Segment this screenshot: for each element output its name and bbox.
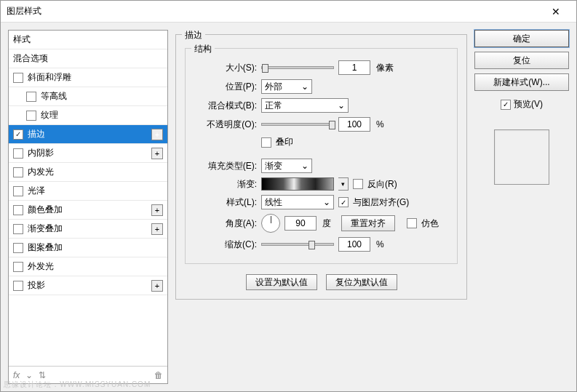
ok-button[interactable]: 确定 (474, 30, 569, 47)
angle-label: 角度(A): (194, 217, 257, 230)
style-checkbox[interactable] (13, 167, 23, 177)
gradient-label: 渐变: (194, 178, 257, 191)
sidebar-item-6[interactable]: 光泽 (9, 182, 167, 201)
angle-input[interactable] (284, 216, 317, 231)
style-checkbox[interactable] (13, 148, 23, 159)
fx-icon[interactable]: fx (13, 370, 20, 380)
gradient-preview[interactable] (261, 177, 334, 191)
sidebar-item-5[interactable]: 内发光 (9, 163, 167, 182)
filltype-row: 填充类型(E): 渐变 ⌄ (194, 159, 448, 173)
angle-unit: 度 (322, 217, 331, 230)
scale-input[interactable] (338, 237, 370, 252)
style-checkbox[interactable]: ✓ (13, 129, 23, 140)
styles-list: 样式 混合选项 斜面和浮雕等高线纹理✓描边+内阴影+内发光光泽颜色叠加+渐变叠加… (9, 31, 167, 366)
overprint-label: 叠印 (276, 136, 293, 148)
style-label: 渐变叠加 (28, 223, 151, 235)
opacity-slider[interactable] (261, 123, 334, 126)
style-checkbox[interactable] (13, 281, 23, 291)
style-label: 描边 (28, 128, 151, 140)
scale-slider[interactable] (261, 243, 334, 246)
plus-icon[interactable]: + (151, 204, 163, 216)
angle-dial[interactable] (261, 214, 280, 233)
scale-unit: % (376, 239, 384, 249)
style-checkbox[interactable] (13, 186, 23, 196)
opacity-row: 不透明度(O): % (194, 117, 448, 132)
style-label: 投影 (28, 279, 151, 292)
blend-label: 混合模式(B): (194, 100, 257, 112)
panel-title: 描边 (182, 29, 205, 41)
default-buttons: 设置为默认值 复位为默认值 (185, 274, 458, 290)
position-select[interactable]: 外部 ⌄ (261, 79, 312, 94)
layer-style-dialog: 图层样式 ✕ 样式 混合选项 斜面和浮雕等高线纹理✓描边+内阴影+内发光光泽颜色… (0, 0, 577, 392)
sidebar-item-4[interactable]: 内阴影+ (9, 144, 167, 163)
close-button[interactable]: ✕ (541, 1, 570, 22)
styles-sidebar: 样式 混合选项 斜面和浮雕等高线纹理✓描边+内阴影+内发光光泽颜色叠加+渐变叠加… (8, 30, 168, 384)
chevron-icon[interactable]: ⌄ (25, 370, 33, 380)
sidebar-blend-options[interactable]: 混合选项 (9, 49, 167, 68)
position-label: 位置(P): (194, 81, 257, 93)
settings-panel: 描边 结构 大小(S): 像素 位置(P): 外部 (175, 30, 467, 384)
chevron-down-icon: ⌄ (338, 100, 345, 111)
align-checkbox[interactable]: ✓ (338, 197, 349, 207)
dither-checkbox[interactable] (407, 218, 417, 228)
gradient-row: 渐变: ▾ 反向(R) (194, 177, 448, 191)
style-checkbox[interactable] (13, 205, 23, 215)
filltype-select[interactable]: 渐变 ⌄ (261, 159, 312, 173)
blend-row: 混合模式(B): 正常 ⌄ (194, 98, 448, 113)
style-select[interactable]: 线性 ⌄ (261, 195, 334, 209)
style-label: 纹理 (41, 109, 163, 121)
style-checkbox[interactable] (13, 224, 23, 234)
sidebar-item-3[interactable]: ✓描边+ (9, 125, 167, 144)
sidebar-item-2[interactable]: 纹理 (9, 106, 167, 125)
plus-icon[interactable]: + (151, 129, 163, 140)
style-label: 等高线 (41, 90, 163, 103)
size-input[interactable] (338, 60, 370, 75)
style-label: 样式(L): (194, 196, 257, 209)
style-label: 光泽 (28, 185, 163, 197)
set-default-button[interactable]: 设置为默认值 (246, 274, 317, 290)
style-checkbox[interactable] (13, 243, 23, 253)
scale-row: 缩放(C): % (194, 237, 448, 252)
plus-icon[interactable]: + (151, 148, 163, 159)
sidebar-item-8[interactable]: 渐变叠加+ (9, 220, 167, 239)
sidebar-item-0[interactable]: 斜面和浮雕 (9, 68, 167, 87)
style-label: 外发光 (28, 260, 163, 273)
overprint-checkbox[interactable] (261, 137, 271, 148)
reset-align-button[interactable]: 重置对齐 (341, 215, 395, 231)
new-style-button[interactable]: 新建样式(W)... (474, 73, 569, 91)
plus-icon[interactable]: + (151, 223, 163, 235)
trash-icon[interactable]: 🗑 (154, 370, 163, 380)
chevron-down-icon: ⌄ (323, 197, 330, 207)
style-checkbox[interactable] (13, 73, 23, 83)
watermark: 思缘设计论坛 . WWW.MISSYUAN.COM (4, 380, 151, 390)
preview-box (494, 129, 549, 185)
blend-select[interactable]: 正常 ⌄ (261, 98, 349, 113)
size-slider[interactable] (261, 66, 334, 69)
sidebar-item-7[interactable]: 颜色叠加+ (9, 201, 167, 220)
sidebar-item-9[interactable]: 图案叠加 (9, 239, 167, 257)
preview-checkbox[interactable]: ✓ (501, 100, 511, 110)
style-checkbox[interactable] (13, 262, 23, 272)
position-row: 位置(P): 外部 ⌄ (194, 79, 448, 94)
overprint-row: 叠印 (194, 136, 448, 148)
style-checkbox[interactable] (26, 111, 36, 121)
reset-default-button[interactable]: 复位为默认值 (326, 274, 397, 290)
gradient-dropdown[interactable]: ▾ (338, 177, 349, 191)
main-area: 描边 结构 大小(S): 像素 位置(P): 外部 (175, 30, 569, 384)
sidebar-item-10[interactable]: 外发光 (9, 257, 167, 276)
style-checkbox[interactable] (26, 92, 36, 102)
size-row: 大小(S): 像素 (194, 60, 448, 75)
sidebar-item-1[interactable]: 等高线 (9, 87, 167, 106)
style-row: 样式(L): 线性 ⌄ ✓ 与图层对齐(G) (194, 195, 448, 209)
sidebar-header[interactable]: 样式 (9, 31, 167, 49)
reverse-checkbox[interactable] (353, 179, 363, 189)
window-title: 图层样式 (7, 5, 541, 17)
scale-label: 缩放(C): (194, 239, 257, 251)
plus-icon[interactable]: + (151, 280, 163, 292)
sidebar-item-11[interactable]: 投影+ (9, 276, 167, 295)
up-down-icon[interactable]: ⇅ (39, 370, 46, 380)
opacity-unit: % (376, 119, 384, 129)
cancel-button[interactable]: 复位 (474, 52, 569, 69)
style-label: 图案叠加 (28, 241, 163, 254)
opacity-input[interactable] (338, 117, 370, 132)
